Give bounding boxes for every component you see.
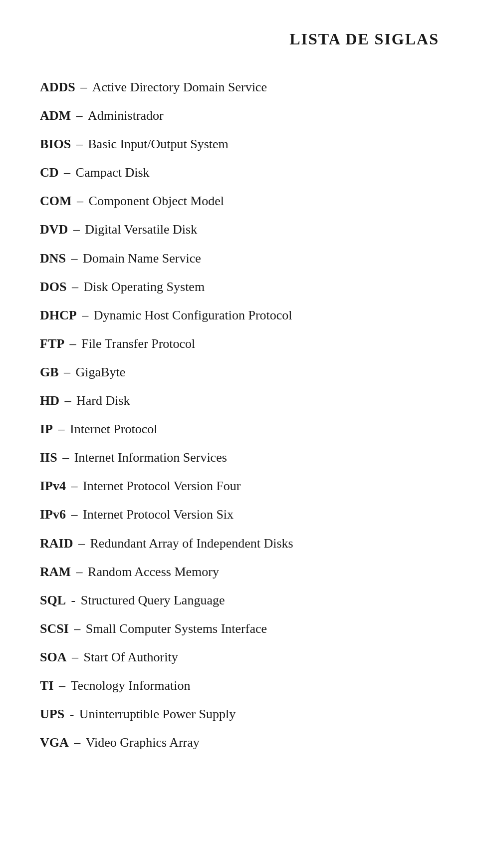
acronym-separator: –	[61, 165, 74, 180]
list-item: ADM – Administrador	[40, 107, 439, 124]
acronym-definition: Tecnology Information	[70, 678, 190, 693]
list-item: SOA – Start Of Authority	[40, 648, 439, 666]
acronym-separator: –	[74, 194, 87, 208]
list-item: IIS – Internet Information Services	[40, 449, 439, 466]
list-item: DVD – Digital Versatile Disk	[40, 221, 439, 238]
acronym-term: IPv4	[40, 479, 66, 493]
acronym-separator: –	[75, 536, 88, 551]
acronym-term: COM	[40, 194, 72, 208]
acronym-term: DHCP	[40, 308, 77, 322]
acronym-separator: -	[66, 707, 77, 721]
acronym-definition: Internet Protocol Version Six	[83, 507, 234, 522]
acronym-term: CD	[40, 165, 59, 180]
acronym-term: SCSI	[40, 621, 69, 636]
acronym-definition: GigaByte	[76, 365, 126, 379]
acronym-definition: Start Of Authority	[83, 650, 178, 664]
acronym-definition: Internet Protocol Version Four	[83, 479, 241, 493]
list-item: FTP – File Transfer Protocol	[40, 335, 439, 352]
acronym-definition: Random Access Memory	[88, 565, 219, 579]
acronym-separator: –	[77, 80, 90, 94]
acronym-term: IPv6	[40, 507, 66, 522]
acronym-term: SOA	[40, 650, 66, 664]
acronym-term: HD	[40, 393, 59, 408]
acronym-term: DOS	[40, 280, 66, 294]
acronym-definition: Administrador	[88, 108, 164, 123]
list-item: SCSI – Small Computer Systems Interface	[40, 620, 439, 637]
acronym-separator: –	[59, 450, 72, 465]
list-item: IP – Internet Protocol	[40, 420, 439, 438]
acronym-separator: –	[68, 650, 81, 664]
acronym-definition: Uninterruptible Power Supply	[79, 707, 236, 721]
acronym-separator: –	[70, 222, 83, 237]
acronym-separator: –	[68, 251, 81, 266]
acronym-separator: –	[68, 280, 81, 294]
acronym-separator: –	[55, 678, 68, 693]
list-item: IPv6 – Internet Protocol Version Six	[40, 506, 439, 523]
acronym-definition: Internet Information Services	[74, 450, 227, 465]
acronym-list: ADDS – Active Directory Domain ServiceAD…	[40, 78, 439, 751]
acronym-separator: –	[68, 507, 81, 522]
acronym-definition: Video Graphics Array	[86, 735, 200, 750]
acronym-definition: Internet Protocol	[70, 422, 157, 436]
list-item: VGA – Video Graphics Array	[40, 734, 439, 751]
list-item: COM – Component Object Model	[40, 192, 439, 210]
acronym-separator: –	[73, 108, 86, 123]
acronym-term: VGA	[40, 735, 69, 750]
acronym-term: BIOS	[40, 137, 71, 151]
list-item: UPS - Uninterruptible Power Supply	[40, 705, 439, 723]
acronym-definition: File Transfer Protocol	[81, 336, 195, 351]
acronym-term: ADDS	[40, 80, 75, 94]
acronym-separator: –	[68, 479, 81, 493]
acronym-definition: Active Directory Domain Service	[92, 80, 267, 94]
acronym-separator: –	[73, 565, 86, 579]
list-item: TI – Tecnology Information	[40, 677, 439, 694]
acronym-separator: –	[71, 735, 84, 750]
list-item: SQL - Structured Query Language	[40, 591, 439, 609]
list-item: ADDS – Active Directory Domain Service	[40, 78, 439, 96]
acronym-term: GB	[40, 365, 59, 379]
acronym-definition: Small Computer Systems Interface	[86, 621, 267, 636]
acronym-definition: Dynamic Host Configuration Protocol	[94, 308, 292, 322]
acronym-definition: Disk Operating System	[83, 280, 205, 294]
acronym-definition: Component Object Model	[89, 194, 225, 208]
acronym-term: FTP	[40, 336, 64, 351]
acronym-separator: –	[61, 365, 74, 379]
list-item: IPv4 – Internet Protocol Version Four	[40, 477, 439, 495]
acronym-definition: Digital Versatile Disk	[85, 222, 197, 237]
acronym-term: DNS	[40, 251, 66, 266]
list-item: HD – Hard Disk	[40, 392, 439, 409]
list-item: RAM – Random Access Memory	[40, 563, 439, 580]
acronym-definition: Domain Name Service	[83, 251, 201, 266]
acronym-term: TI	[40, 678, 53, 693]
acronym-definition: Campact Disk	[76, 165, 150, 180]
acronym-separator: –	[61, 393, 74, 408]
acronym-separator: –	[73, 137, 86, 151]
acronym-separator: -	[68, 593, 79, 607]
list-item: DOS – Disk Operating System	[40, 278, 439, 295]
acronym-term: RAM	[40, 565, 71, 579]
acronym-term: UPS	[40, 707, 64, 721]
list-item: CD – Campact Disk	[40, 164, 439, 181]
acronym-separator: –	[79, 308, 92, 322]
acronym-separator: –	[55, 422, 68, 436]
acronym-separator: –	[66, 336, 79, 351]
acronym-definition: Redundant Array of Independent Disks	[90, 536, 293, 551]
acronym-term: DVD	[40, 222, 68, 237]
page-title: LISTA DE SIGLAS	[40, 30, 439, 48]
acronym-term: SQL	[40, 593, 66, 607]
list-item: DNS – Domain Name Service	[40, 250, 439, 267]
list-item: GB – GigaByte	[40, 363, 439, 381]
acronym-definition: Basic Input/Output System	[88, 137, 229, 151]
acronym-definition: Structured Query Language	[81, 593, 225, 607]
list-item: DHCP – Dynamic Host Configuration Protoc…	[40, 306, 439, 324]
acronym-term: RAID	[40, 536, 73, 551]
acronym-term: ADM	[40, 108, 71, 123]
list-item: BIOS – Basic Input/Output System	[40, 135, 439, 153]
acronym-term: IP	[40, 422, 53, 436]
acronym-separator: –	[71, 621, 84, 636]
list-item: RAID – Redundant Array of Independent Di…	[40, 535, 439, 552]
acronym-definition: Hard Disk	[76, 393, 130, 408]
acronym-term: IIS	[40, 450, 57, 465]
